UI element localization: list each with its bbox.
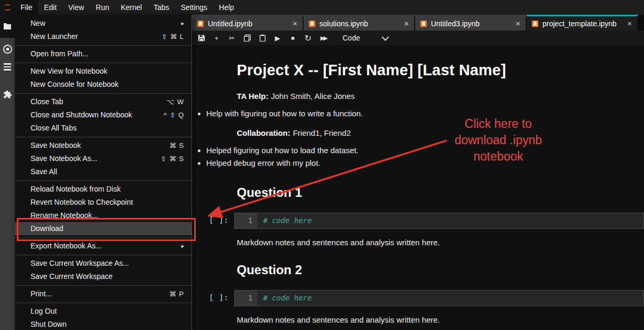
notebook-document[interactable]: Project X -- [First Name] [Last Name] TA… xyxy=(192,46,644,330)
shortcut: ^ ⇧ Q xyxy=(164,108,184,122)
tab-title: solutions.ipynb xyxy=(319,19,403,28)
code-cell[interactable]: [ ]: 1 # code here xyxy=(192,290,644,306)
collaboration-value: Friend1, Friend2 xyxy=(293,128,351,137)
cell-type-value: Code xyxy=(343,34,360,42)
line-number: 1 xyxy=(235,291,257,306)
menu-item-open-from-path[interactable]: Open from Path... xyxy=(15,47,192,61)
file-menu-dropdown: New ▸ New Launcher ⇧ ⌘ L Open from Path.… xyxy=(15,15,192,330)
menu-edit[interactable]: Edit xyxy=(38,0,63,15)
menu-item-export-notebook-as[interactable]: Export Notebook As... ▸ xyxy=(15,239,192,253)
menu-separator xyxy=(15,137,192,137)
line-number: 1 xyxy=(235,213,257,228)
menu-run[interactable]: Run xyxy=(90,0,115,15)
menu-item-close-all-tabs[interactable]: Close All Tabs xyxy=(15,122,192,135)
running-kernels-icon[interactable] xyxy=(0,40,15,58)
menu-item-save-current-workspace-as[interactable]: Save Current Workspace As... xyxy=(15,257,192,270)
menu-item-close-tab[interactable]: Close Tab ⌥ W xyxy=(15,95,192,108)
restart-kernel-icon[interactable]: ↻ xyxy=(303,33,314,43)
chevron-down-icon xyxy=(382,34,389,41)
menu-separator xyxy=(15,255,192,255)
menu-separator xyxy=(15,285,192,286)
tab-title: Untitled3.ipynb xyxy=(431,19,515,28)
menu-item-save-notebook[interactable]: Save Notebook ⌘ S xyxy=(15,139,192,152)
tab-untitled-ipynb[interactable]: Untitled.ipynb × xyxy=(192,15,304,31)
tab-untitled3-ipynb[interactable]: Untitled3.ipynb × xyxy=(415,15,527,31)
menu-view[interactable]: View xyxy=(63,0,90,15)
code-comment: # code here xyxy=(263,294,312,302)
ta-help-line: TA Help:John Smith, Alice Jones xyxy=(237,92,628,101)
menu-item-shut-down[interactable]: Shut Down xyxy=(15,318,192,330)
tab-title: project_template.ipynb xyxy=(542,19,626,28)
notebook-icon xyxy=(308,20,316,27)
menu-bar: File Edit View Run Kernel Tabs Settings … xyxy=(0,0,644,15)
copy-icon[interactable] xyxy=(242,33,253,43)
notebook-title: Project X -- [First Name] [Last Name] xyxy=(237,62,628,79)
shortcut: ⌥ W xyxy=(166,95,184,108)
save-icon[interactable] xyxy=(196,33,207,43)
annotation-text: Click here to download .ipynb notebook xyxy=(439,116,557,165)
bullet-item: Helped debug error with my plot. xyxy=(206,158,644,167)
restart-run-all-icon[interactable]: ▶▶ xyxy=(318,33,329,43)
question-1-heading: Question 1 xyxy=(237,185,628,200)
menu-item-new-view-for-notebook[interactable]: New View for Notebook xyxy=(15,65,192,78)
bullet-item: Helped figuring out how to load the data… xyxy=(206,146,644,155)
menu-item-save-current-workspace[interactable]: Save Current Workspace xyxy=(15,270,192,283)
menu-separator xyxy=(15,45,192,46)
shortcut: ⌘ P xyxy=(169,287,184,301)
ta-help-bullets: Help with figuring out how to write a fu… xyxy=(192,109,644,118)
cell-prompt: [ ]: xyxy=(192,213,229,224)
shortcut: ⇧ ⌘ S xyxy=(160,152,184,165)
tab-close-icon[interactable]: × xyxy=(515,19,521,28)
question-2-heading: Question 2 xyxy=(237,263,628,277)
menu-help[interactable]: Help xyxy=(213,0,240,15)
file-browser-icon[interactable] xyxy=(0,17,15,35)
menu-separator xyxy=(15,93,192,94)
notebook-icon xyxy=(420,20,427,27)
menu-item-print[interactable]: Print... ⌘ P xyxy=(15,287,192,301)
menu-item-new[interactable]: New ▸ xyxy=(15,17,192,30)
notebook-icon xyxy=(197,20,204,27)
stop-icon[interactable]: ■ xyxy=(288,33,298,43)
menu-kernel[interactable]: Kernel xyxy=(115,0,147,15)
menu-item-save-notebook-as[interactable]: Save Notebook As... ⇧ ⌘ S xyxy=(15,152,192,165)
code-cell[interactable]: [ ]: 1 # code here xyxy=(192,213,644,229)
menu-item-log-out[interactable]: Log Out xyxy=(15,305,192,318)
submenu-arrow-icon: ▸ xyxy=(181,17,184,30)
menu-file[interactable]: File xyxy=(15,0,38,15)
ta-help-value: John Smith, Alice Jones xyxy=(271,92,355,101)
add-cell-icon[interactable]: + xyxy=(212,33,222,43)
code-comment: # code here xyxy=(263,216,312,225)
code-editor[interactable]: 1 # code here xyxy=(234,213,644,229)
collaboration-bullets: Helped figuring out how to load the data… xyxy=(192,146,644,167)
run-icon[interactable]: ▶ xyxy=(273,33,283,43)
extensions-icon[interactable] xyxy=(0,85,15,103)
menu-item-new-launcher[interactable]: New Launcher ⇧ ⌘ L xyxy=(15,30,192,43)
menu-separator xyxy=(15,181,192,181)
tab-close-icon[interactable]: × xyxy=(291,19,298,28)
cut-icon[interactable]: ✂ xyxy=(227,33,237,43)
tab-title: Untitled.ipynb xyxy=(208,19,291,28)
tab-project-template-ipynb[interactable]: project_template.ipynb × xyxy=(527,15,638,31)
jupyter-logo-icon xyxy=(0,0,15,15)
menu-separator xyxy=(15,63,192,63)
code-editor[interactable]: 1 # code here xyxy=(234,290,644,306)
ta-help-label: TA Help: xyxy=(237,92,268,101)
bullet-item: Help with figuring out how to write a fu… xyxy=(206,109,644,118)
table-of-contents-icon[interactable] xyxy=(0,58,15,76)
collaboration-label: Collaboration: xyxy=(237,128,290,137)
shortcut: ⌘ S xyxy=(169,139,184,152)
tab-close-icon[interactable]: × xyxy=(403,19,410,28)
menu-tabs[interactable]: Tabs xyxy=(148,0,175,15)
menu-item-revert-notebook-to-checkpoint[interactable]: Revert Notebook to Checkpoint xyxy=(15,196,192,209)
cell-type-dropdown[interactable]: Code xyxy=(343,34,387,42)
menu-item-close-and-shutdown-notebook[interactable]: Close and Shutdown Notebook ^ ⇧ Q xyxy=(15,108,192,122)
tab-solutions-ipynb[interactable]: solutions.ipynb × xyxy=(304,15,415,31)
notebook-icon xyxy=(531,20,539,27)
paste-icon[interactable] xyxy=(257,33,268,43)
menu-separator xyxy=(15,303,192,303)
menu-item-reload-notebook-from-disk[interactable]: Reload Notebook from Disk xyxy=(15,183,192,196)
menu-item-new-console-for-notebook[interactable]: New Console for Notebook xyxy=(15,78,192,91)
tab-close-icon[interactable]: × xyxy=(626,19,633,28)
menu-settings[interactable]: Settings xyxy=(175,0,214,15)
menu-item-save-all[interactable]: Save All xyxy=(15,165,192,178)
